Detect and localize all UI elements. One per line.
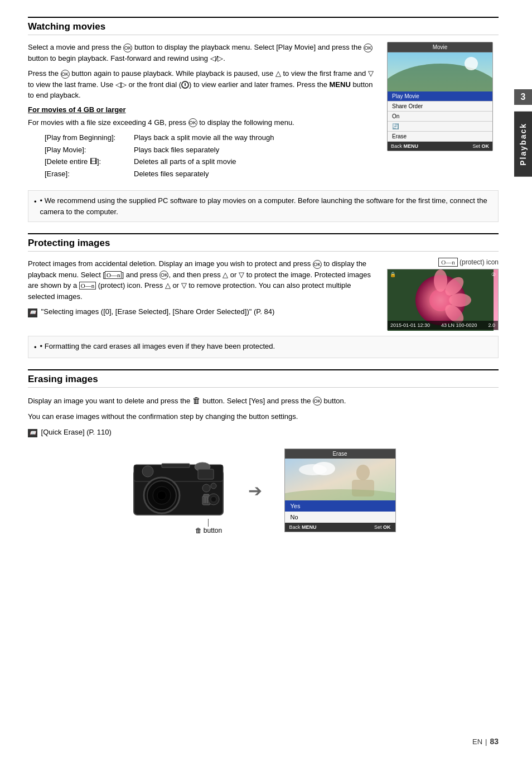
erase-ui-header: Erase (285, 449, 395, 459)
erasing-para1: Display an image you want to delete and … (28, 394, 499, 407)
erase-images-area: 🗑 button ➔ Erase (28, 449, 499, 532)
protecting-images-header: Protecting images (28, 233, 499, 252)
ok-icon-3: OK (61, 70, 70, 79)
arrow-right: ➔ (248, 481, 262, 500)
watching-ui-menu: Play Movie Share Order On 🔄 Erase (388, 91, 492, 142)
svg-point-17 (157, 491, 166, 500)
menu-desc-4: Deletes files separately (134, 168, 376, 180)
erase-ui-no: No (285, 512, 395, 523)
for-movies-4gb-para: For movies with a file size exceeding 4 … (28, 117, 376, 128)
protecting-top-left: 🔒 (390, 272, 396, 277)
protecting-images-title: Protecting images (28, 238, 110, 249)
erase-ui-mockup: Erase (284, 449, 396, 532)
protecting-text: Protect images from accidental deletion.… (28, 258, 376, 330)
watching-ui-on: On (388, 112, 492, 122)
watching-camera-ui: Movie (387, 42, 493, 151)
svg-point-8 (449, 293, 471, 307)
svg-rect-18 (198, 469, 214, 479)
menu-desc-1: Plays back a split movie all the way thr… (134, 132, 376, 143)
page-container: 3 Playback Watching movies Select a movi… (0, 0, 532, 757)
camera-diagram-body: 🗑 button (131, 459, 226, 522)
menu-label-1: [Play from Beginning]: (45, 132, 134, 143)
bullet-dot-2: • (34, 342, 37, 353)
protecting-ref: 📖 "Selecting images ([0], [Erase Selecte… (28, 306, 376, 317)
svg-point-34 (313, 462, 335, 475)
erasing-images-title: Erasing images (28, 374, 98, 385)
watching-ui-footer-set: Set OK (472, 143, 489, 149)
watching-movies-content: Select a movie and press the OK button t… (28, 42, 499, 222)
protecting-ui-col: O—n (protect) icon (387, 258, 499, 330)
ok-icon-7: OK (313, 397, 322, 406)
svg-point-27 (211, 496, 216, 502)
protecting-overlay: 2015-01-01 12:30 43 LN 100-0020 2.0 (388, 321, 498, 330)
protecting-para: Protect images from accidental deletion.… (28, 258, 376, 302)
watching-ui-share-order: Share Order (388, 102, 492, 112)
watching-note-text: • We recommend using the supplied PC sof… (40, 195, 492, 217)
svg-point-6 (434, 269, 447, 292)
erase-ui-menu: Yes No (285, 500, 395, 523)
watching-ui-icon: 🔄 (388, 122, 492, 132)
page-number: 83 (490, 737, 499, 746)
protect-icon-label: O—n (protect) icon (387, 258, 499, 266)
svg-point-30 (356, 465, 370, 480)
trash-label-container: 🗑 button (195, 519, 223, 534)
erasing-images-header: Erasing images (28, 369, 499, 388)
svg-point-20 (202, 484, 210, 492)
menu-row-1: [Play from Beginning]: Plays back a spli… (45, 132, 376, 143)
watching-movies-twocol: Select a movie and press the OK button t… (28, 42, 499, 185)
ok-icon-2: OK (364, 44, 373, 52)
chapter-label: Playback (514, 112, 532, 177)
ok-icon-4: OK (188, 118, 197, 127)
watching-movies-header: Watching movies (28, 17, 499, 35)
camera-svg (131, 459, 226, 520)
watching-ui-footer-back: Back MENU (391, 143, 418, 149)
menu-row-4: [Erase]: Deletes files separately (45, 168, 376, 180)
menu-table: [Play from Beginning]: Plays back a spli… (45, 132, 376, 179)
trash-icon-inline: 🗑 (192, 396, 201, 405)
erase-image-svg (285, 459, 396, 500)
menu-label-4: [Erase]: (45, 168, 134, 180)
watching-ui-header: Movie (388, 42, 492, 52)
watching-ui-image (388, 52, 492, 91)
page-footer: EN | 83 (472, 737, 499, 746)
protecting-top-right: ② (491, 272, 496, 277)
erasing-ref: 📖 [Quick Erase] (P. 110) (28, 427, 499, 438)
protect-key-icon: O—n (438, 258, 457, 267)
watching-ui-erase: Erase (388, 132, 492, 142)
book-icon: 📖 (28, 308, 37, 317)
protecting-camera-image: 🔒 ② 2015-01-01 12:30 43 LN 100-0020 2.0 (387, 269, 499, 330)
ok-icon-1: OK (123, 44, 132, 52)
trash-label-text: 🗑 button (195, 527, 223, 534)
erase-ui-footer: Back MENU Set OK (285, 523, 395, 532)
protecting-note-text: • Formatting the card erases all images … (40, 341, 275, 353)
protect-symbol-2: O—​n (79, 282, 96, 290)
protect-symbol: O—​n (105, 271, 122, 279)
ok-icon-6: OK (159, 271, 168, 279)
watching-ui-play-movie: Play Movie (388, 91, 492, 102)
svg-point-19 (142, 466, 153, 477)
menu-text: MENU (330, 80, 351, 89)
erasing-para2: You can erase images without the confirm… (28, 411, 499, 422)
protecting-twocol: Protect images from accidental deletion.… (28, 258, 499, 330)
watching-para2: Press the OK button again to pause playb… (28, 68, 376, 101)
menu-label-2: [Play Movie]: (45, 144, 134, 156)
protecting-num: 2.0 (488, 322, 495, 328)
trash-label-line (208, 519, 209, 527)
ok-icon-5: OK (313, 260, 322, 269)
protecting-date: 2015-01-01 12:30 (390, 322, 430, 328)
erasing-images-content: Display an image you want to delete and … (28, 394, 499, 533)
watching-ui-mockup: Movie (387, 42, 499, 185)
chapter-number: 3 (514, 89, 532, 105)
camera-diagram: 🗑 button (131, 459, 226, 522)
watching-movies-title: Watching movies (28, 21, 105, 32)
for-movies-4gb-header: For movies of 4 GB or larger (28, 105, 376, 114)
watching-movies-text: Select a movie and press the OK button t… (28, 42, 376, 185)
menu-row-2: [Play Movie]: Plays back files separatel… (45, 144, 376, 156)
protecting-note: • • Formatting the card erases all image… (28, 336, 499, 358)
erase-ui-wrapper: Erase (284, 449, 396, 532)
menu-desc-2: Plays back files separately (134, 144, 376, 156)
menu-desc-3: Deletes all parts of a split movie (134, 156, 376, 167)
protecting-info: 43 LN 100-0020 (441, 322, 477, 328)
book-icon-2: 📖 (28, 429, 37, 438)
watching-para1: Select a movie and press the OK button t… (28, 42, 376, 64)
